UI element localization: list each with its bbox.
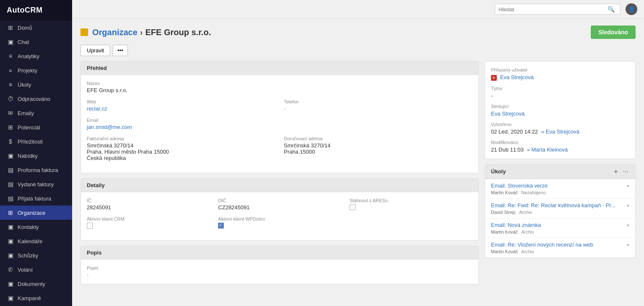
- detaily-body: IČ 28245091 DIČ CZ28245091 Stáhnout z AR…: [81, 192, 478, 240]
- task-chevron-icon: ▾: [627, 242, 629, 248]
- fakturacni-label: Fakturační adresa: [87, 136, 275, 141]
- task-title[interactable]: Email: Slovenská verze: [491, 183, 629, 189]
- detaily-header: Detaily: [81, 179, 478, 192]
- sidebar-icon-chat: ▣: [7, 39, 14, 45]
- sidebar-icon-schuzky: ▣: [7, 252, 14, 259]
- breadcrumb-parent[interactable]: Organizace: [92, 28, 138, 37]
- telefon-field: Telefon -: [284, 99, 473, 112]
- sidebar-label-analytiky: Analytiky: [18, 53, 39, 59]
- popis-header: Popis: [81, 246, 478, 260]
- sidebar-icon-kampane: ▣: [7, 295, 14, 301]
- vytvoreno-value: 02 Led, 2020 14:22 » Eva Strejcová: [491, 129, 629, 135]
- sidebar: AutoCRM ⊞Domů▣Chat≡Analytiky»Projekty≡Úk…: [0, 0, 72, 306]
- sidebar-label-prilezitosti: Příležitosti: [18, 139, 43, 145]
- sidebar-label-kalendare: Kalendáře: [18, 238, 42, 244]
- topbar: 🔍 👤: [72, 0, 644, 19]
- sledujici-link[interactable]: Eva Strejcová: [491, 111, 525, 117]
- dorucovaci-label: Doručovací adresa: [284, 136, 473, 141]
- task-title[interactable]: Email: Re: Fwd: Re: Reclar květnová kamp…: [491, 202, 629, 208]
- main-area: 🔍 👤 Organizace › EFE Group s.r.o. Sledov…: [72, 0, 644, 306]
- aktivni-crm-checkbox[interactable]: [87, 223, 93, 229]
- add-task-button[interactable]: +: [613, 168, 618, 175]
- modifikovano-by[interactable]: » Marta Kleinová: [527, 147, 568, 153]
- sidebar-item-vydane[interactable]: ▤Vydané faktury: [0, 177, 72, 191]
- sidebar-item-kalendare[interactable]: ▣Kalendáře: [0, 234, 72, 248]
- assigned-link[interactable]: Eva Strejcová: [500, 74, 534, 80]
- sidebar-item-chat[interactable]: ▣Chat: [0, 35, 72, 49]
- vytvoreno-label: Vytvořeno: [491, 122, 629, 127]
- avatar: 👤: [626, 3, 637, 15]
- search-wrap: 🔍: [495, 4, 621, 15]
- search-button[interactable]: 🔍: [608, 6, 615, 13]
- modifikovano-date: 21 Dub 11:03: [491, 147, 524, 153]
- fakturacni-line1: Smrčinská 3270/14: [87, 142, 275, 149]
- sidebar-label-dokumenty: Dokumenty: [18, 281, 45, 287]
- prehled-card: Přehled Název EFE Group s.r.o.: [80, 61, 479, 173]
- task-item: ▾ Email: Re: Fwd: Re: Reclar květnová ka…: [485, 199, 635, 219]
- sidebar-item-projekty[interactable]: »Projekty: [0, 63, 72, 77]
- stahnout-label: Stáhnout z ARESu: [350, 198, 473, 203]
- vytvoreno-by[interactable]: » Eva Strejcová: [541, 129, 579, 135]
- sidebar-label-projekty: Projekty: [18, 67, 37, 74]
- sidebar-item-organizace[interactable]: ⊞Organizace: [0, 206, 72, 220]
- dic-value: CZ28245091: [218, 204, 341, 211]
- layout: Přehled Název EFE Group s.r.o.: [80, 61, 636, 289]
- sidebar-item-potencial[interactable]: ⊞Potenciál: [0, 120, 72, 134]
- sidebar-item-nabidky[interactable]: ▣Nabídky: [0, 149, 72, 163]
- sidebar-item-prijata[interactable]: ▤Přijatá faktura: [0, 191, 72, 206]
- task-title[interactable]: Email: Re: Vložení nových recenzí na web: [491, 242, 629, 248]
- sidebar-item-volani[interactable]: ✆Volání: [0, 262, 72, 277]
- stahnout-checkbox[interactable]: [350, 204, 356, 210]
- more-button[interactable]: •••: [113, 45, 128, 56]
- web-telefon-row: Web reclar.cz Telefon -: [87, 99, 473, 112]
- task-title[interactable]: Email: Nová známka: [491, 222, 629, 228]
- email-value[interactable]: jan.smid@me.com: [87, 124, 275, 130]
- sidebar-item-kampane[interactable]: ▣Kampaně: [0, 291, 72, 305]
- sidebar-item-prilezitosti[interactable]: $Příležitosti: [0, 134, 72, 149]
- web-label: Web: [87, 99, 275, 104]
- task-status: Archiv: [521, 249, 534, 254]
- sidebar-icon-odpracovano: ⏱: [7, 95, 14, 102]
- email-label: Email: [87, 118, 275, 123]
- ic-value: 28245091: [87, 204, 210, 211]
- web-value[interactable]: reclar.cz: [87, 105, 275, 112]
- sledovano-button[interactable]: Sledováno: [591, 26, 636, 39]
- sidebar-label-schuzky: Schůzky: [18, 252, 38, 259]
- dic-label: DIČ: [218, 198, 341, 203]
- sidebar-item-kontakty[interactable]: ▣Kontakty: [0, 220, 72, 234]
- sidebar-item-emaily[interactable]: ✉Emaily: [0, 106, 72, 120]
- task-status: Archiv: [519, 210, 532, 215]
- search-input[interactable]: [499, 6, 608, 13]
- vytvoreno-date: 02 Led, 2020 14:22: [491, 129, 538, 135]
- side-column: Přiřazený uživatel ✕ Eva Strejcová Týmy …: [485, 61, 636, 258]
- sidebar-item-dokumenty[interactable]: ▣Dokumenty: [0, 277, 72, 291]
- aktivni-wp-label: Aktivní klient WPDistro: [218, 216, 341, 221]
- modifikovano-value: 21 Dub 11:03 » Marta Kleinová: [491, 147, 629, 153]
- sidebar-item-domu[interactable]: ⊞Domů: [0, 21, 72, 35]
- tasks-header: Úkoly + ···: [485, 165, 635, 179]
- task-meta: Martin Kováč Archiv: [491, 249, 629, 254]
- task-meta: Martin Kováč Archiv: [491, 229, 629, 234]
- aktivni-crm-checkbox-wrap: [87, 223, 210, 229]
- sidebar-icon-prijata: ▤: [7, 195, 14, 202]
- sidebar-item-analytiky[interactable]: ≡Analytiky: [0, 49, 72, 63]
- tasks-more-button[interactable]: ···: [622, 168, 629, 175]
- prehled-body: Název EFE Group s.r.o. Web reclar.cz: [81, 75, 478, 173]
- sidebar-item-proforma[interactable]: ▤Proforma faktura: [0, 163, 72, 177]
- aktivni-row: Aktivní klient CRM Aktivní klient WPDist…: [87, 216, 473, 229]
- sidebar-item-ukoly[interactable]: ≡Úkoly: [0, 77, 72, 92]
- task-status: Archiv: [521, 229, 534, 234]
- breadcrumb: Organizace › EFE Group s.r.o.: [80, 28, 211, 37]
- toolbar: Upravit •••: [80, 45, 636, 56]
- sidebar-item-schuzky[interactable]: ▣Schůzky: [0, 248, 72, 262]
- upravit-button[interactable]: Upravit: [80, 45, 110, 56]
- aktivni-wp-checkbox[interactable]: [218, 223, 224, 229]
- sidebar-icon-prilezitosti: $: [7, 138, 14, 145]
- tymy-label: Týmy: [491, 86, 629, 91]
- task-meta: David Strejc Archiv: [491, 210, 629, 215]
- org-color-icon: [80, 28, 88, 36]
- dorucovaci-line2: Praha 15000: [284, 149, 473, 155]
- sidebar-icon-organizace: ⊞: [7, 209, 14, 216]
- task-chevron-icon: ▾: [627, 223, 629, 228]
- sidebar-item-odpracovano[interactable]: ⏱Odpracováno: [0, 92, 72, 106]
